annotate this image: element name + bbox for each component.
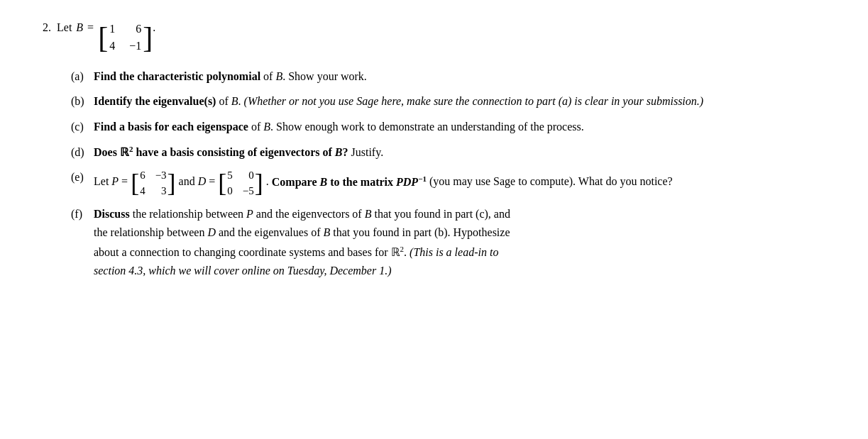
problem-number: 2.	[43, 21, 51, 34]
part-c-label: (c)	[71, 118, 94, 136]
matrix-B-bracket: [ 1 6 4 −1 ]	[98, 21, 153, 55]
part-c-rest: of B. Show enough work to demonstrate an…	[251, 121, 584, 133]
part-e-rest: . Compare B to the matrix PDP−1 (you may…	[266, 176, 673, 188]
part-f-line4: section 4.3, which we will cover online …	[94, 262, 825, 280]
bracket-right-D: ]	[255, 170, 263, 196]
part-c-content: Find a basis for each eigenspace of B. S…	[94, 118, 825, 136]
matrix-P-r2c2: 3	[155, 184, 167, 198]
part-c-bold: Find a basis for each eigenspace	[94, 121, 248, 133]
matrix-P-grid: 6 −3 4 3	[140, 168, 166, 198]
matrix-D-r2c2: −5	[243, 184, 254, 198]
problem-container: 2. Let B = [ 1 6 4 −1 ] . (a) Find the c…	[43, 21, 825, 281]
part-a-bold: Find the characteristic polynomial	[94, 70, 260, 82]
matrix-P-wrap: [ 6 −3 4 3 ]	[131, 168, 175, 198]
part-a: (a) Find the characteristic polynomial o…	[71, 67, 825, 86]
part-f-line2: the relationship between D and the eigen…	[94, 223, 825, 242]
part-d: (d) Does ℝ2 have a basis consisting of e…	[71, 143, 825, 162]
part-d-content: Does ℝ2 have a basis consisting of eigen…	[94, 143, 825, 162]
bracket-right-B: ]	[143, 23, 153, 52]
intro-text: Let	[57, 21, 72, 34]
period: .	[153, 21, 155, 34]
matrix-D-r2c1: 0	[227, 184, 233, 198]
matrix-P-r1c2: −3	[155, 168, 167, 182]
part-d-label: (d)	[71, 143, 94, 162]
part-a-rest: of B. Show your work.	[263, 70, 367, 82]
bracket-left-P: [	[131, 170, 139, 196]
part-e-and: and D =	[179, 176, 219, 188]
parts-list: (a) Find the characteristic polynomial o…	[43, 67, 825, 281]
part-a-label: (a)	[71, 67, 94, 86]
part-e-label: (e)	[71, 168, 94, 187]
part-d-rest: Justify.	[351, 146, 384, 158]
matrix-D-grid: 5 0 0 −5	[227, 168, 253, 198]
part-f-content: Discuss the relationship between P and t…	[94, 205, 825, 281]
matrix-P-r2c1: 4	[140, 184, 145, 198]
matrix-B-r2c1: 4	[109, 38, 115, 54]
part-f-bold: Discuss	[94, 208, 130, 220]
bracket-right-P: ]	[167, 170, 176, 196]
matrix-D-r1c1: 5	[227, 168, 233, 182]
part-b-bold: Identify the eigenvalue(s)	[94, 95, 216, 107]
part-d-bold: Does ℝ2 have a basis consisting of eigen…	[94, 146, 348, 158]
matrix-B-r1c1: 1	[109, 21, 115, 37]
part-b: (b) Identify the eigenvalue(s) of B. (Wh…	[71, 92, 825, 111]
part-e-content: Let P = [ 6 −3 4 3 ] and D = [	[94, 168, 825, 198]
part-f: (f) Discuss the relationship between P a…	[71, 205, 825, 281]
part-c: (c) Find a basis for each eigenspace of …	[71, 118, 825, 136]
equals-sign: =	[87, 21, 94, 34]
matrix-P-r1c1: 6	[140, 168, 145, 182]
matrix-B-r1c2: 6	[129, 21, 141, 37]
part-f-label: (f)	[71, 205, 94, 223]
part-b-label: (b)	[71, 92, 94, 111]
part-b-content: Identify the eigenvalue(s) of B. (Whethe…	[94, 92, 825, 111]
bracket-left-B: [	[98, 23, 108, 52]
part-a-content: Find the characteristic polynomial of B.…	[94, 67, 825, 86]
matrix-D-wrap: [ 5 0 0 −5 ]	[218, 168, 263, 198]
part-f-text1: the relationship between P and the eigen…	[133, 208, 510, 220]
matrix-D-r1c2: 0	[243, 168, 254, 182]
part-f-line1: Discuss the relationship between P and t…	[94, 205, 825, 223]
part-e-intro: Let P =	[94, 176, 131, 188]
problem-header: 2. Let B = [ 1 6 4 −1 ] .	[43, 21, 825, 55]
part-b-rest: of B. (Whether or not you use Sage here,…	[219, 95, 703, 107]
bracket-left-D: [	[218, 170, 226, 196]
part-e: (e) Let P = [ 6 −3 4 3 ] and D =	[71, 168, 825, 198]
part-f-line3: about a connection to changing coordinat…	[94, 243, 825, 262]
var-B: B	[76, 21, 83, 34]
matrix-B-r2c2: −1	[129, 38, 141, 54]
matrix-B-grid: 1 6 4 −1	[109, 21, 141, 55]
